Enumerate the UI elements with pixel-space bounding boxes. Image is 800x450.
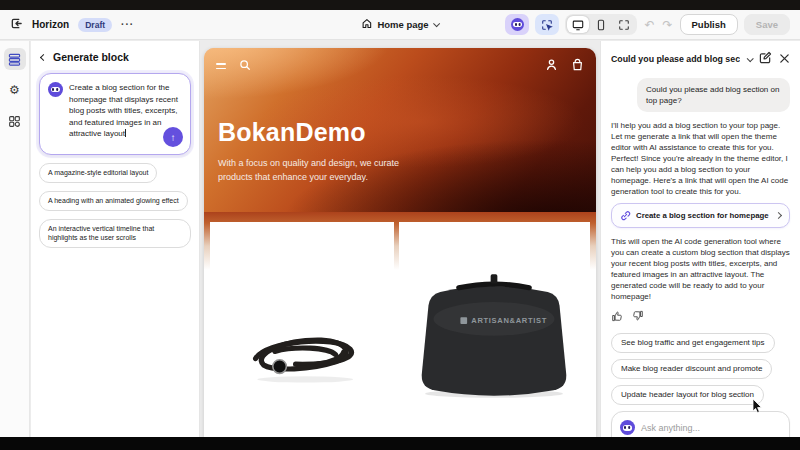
ai-assistant-avatar: [620, 420, 635, 435]
product-card-strap[interactable]: [210, 222, 394, 437]
chevron-right-icon: [775, 212, 782, 219]
gear-icon: ⚙: [9, 84, 20, 96]
undo-button[interactable]: ↶: [643, 19, 655, 31]
menu-icon[interactable]: [216, 63, 226, 69]
panel-header: Generate block: [31, 41, 199, 71]
ai-assistant-icon: [511, 18, 524, 31]
sections-rail-button[interactable]: [4, 48, 26, 70]
desktop-view-button[interactable]: [567, 16, 589, 33]
chevron-down-icon[interactable]: [747, 55, 754, 62]
page-selector[interactable]: Home page: [361, 18, 438, 31]
chat-thread-title: Could you please add blog section o...: [611, 54, 740, 64]
product-brand-label: ARTISAN&ARTIST: [472, 316, 548, 325]
chat-input-placeholder[interactable]: Ask anything...: [641, 423, 700, 433]
viewport-switcher: [565, 14, 637, 35]
exit-editor-icon[interactable]: [10, 16, 23, 34]
ai-assistant-avatar: [48, 82, 63, 97]
create-blog-section-button[interactable]: Create a blog section for homepage: [611, 203, 790, 228]
store-tagline: With a focus on quality and design, we c…: [218, 157, 426, 185]
redo-button[interactable]: ↷: [661, 19, 673, 31]
thumbs-up-icon[interactable]: [611, 308, 623, 326]
publish-button[interactable]: Publish: [680, 14, 738, 35]
feedback-row: [611, 308, 790, 326]
editor-rail: ⚙: [0, 41, 30, 437]
theme-editor-window: Horizon Draft ··· Home page: [0, 0, 800, 450]
account-icon[interactable]: [545, 57, 558, 75]
draft-badge: Draft: [78, 18, 112, 32]
more-actions-button[interactable]: ···: [121, 19, 134, 30]
camera-strap-image: [238, 317, 366, 389]
user-message: Could you please add blog section on top…: [637, 78, 790, 112]
top-bar: Horizon Draft ··· Home page: [0, 10, 800, 40]
text-caret: [125, 129, 126, 137]
inspector-button[interactable]: [535, 14, 559, 35]
storefront-preview[interactable]: BokanDemo With a focus on quality and de…: [204, 48, 596, 437]
letterbox-top: [0, 0, 800, 10]
chevron-down-icon: [433, 20, 440, 27]
page-selector-label: Home page: [377, 19, 428, 30]
theme-settings-rail-button[interactable]: ⚙: [4, 79, 26, 101]
back-button[interactable]: [40, 53, 47, 60]
cart-icon[interactable]: [571, 57, 584, 75]
assistant-message: I'll help you add a blog section to your…: [611, 120, 790, 197]
chat-suggestion-chip[interactable]: Update header layout for blog section: [611, 385, 764, 405]
save-button[interactable]: Save: [744, 14, 790, 35]
panel-title: Generate block: [53, 51, 129, 63]
apps-icon: [8, 115, 21, 128]
assistant-message: This will open the AI code generation to…: [611, 236, 790, 302]
mobile-view-button[interactable]: [590, 16, 612, 33]
chat-header: Could you please add blog section o...: [611, 41, 790, 75]
thumbs-down-icon[interactable]: [632, 308, 644, 326]
ai-chat-panel: Could you please add blog section o... C…: [600, 41, 800, 437]
search-icon[interactable]: [239, 57, 251, 75]
prompt-suggestion-chip[interactable]: A magazine-style editorial layout: [39, 163, 157, 183]
prompt-suggestion-chip[interactable]: A heading with an animated glowing effec…: [39, 191, 188, 211]
action-button-label: Create a blog section for homepage: [636, 211, 769, 220]
ai-assistant-toggle-button[interactable]: [505, 14, 529, 35]
chat-suggestion-chip[interactable]: See blog traffic and get engagement tips: [611, 333, 775, 353]
apps-rail-button[interactable]: [4, 110, 26, 132]
home-icon: [361, 18, 372, 31]
topbar-actions: ↶ ↷ Publish Save: [505, 14, 790, 35]
theme-name: Horizon: [32, 19, 69, 30]
close-icon[interactable]: [779, 50, 790, 68]
fullscreen-view-button[interactable]: [613, 16, 635, 33]
pouch-image: ARTISAN&ARTIST: [410, 259, 578, 409]
letterbox-bottom: [0, 437, 800, 450]
product-card-pouch[interactable]: ARTISAN&ARTIST: [399, 222, 591, 437]
mouse-cursor: [752, 399, 764, 419]
chat-suggestion-chip[interactable]: Make blog reader discount and promote: [611, 359, 772, 379]
generate-submit-button[interactable]: ↑: [163, 127, 183, 147]
hero-section[interactable]: BokanDemo With a focus on quality and de…: [204, 48, 596, 212]
inspector-icon: [541, 19, 553, 31]
generate-block-panel: Generate block Create a blog section for…: [31, 41, 200, 437]
store-nav: [216, 57, 584, 75]
link-icon: [620, 210, 631, 221]
sections-icon: [8, 53, 21, 66]
store-heading: BokanDemo: [218, 118, 366, 147]
new-chat-icon[interactable]: [759, 50, 772, 68]
prompt-suggestion-chip[interactable]: An interactive vertical timeline that hi…: [39, 219, 191, 249]
featured-products-section[interactable]: ARTISAN&ARTIST: [204, 212, 596, 437]
ai-prompt-card[interactable]: Create a blog section for the homepage t…: [39, 73, 191, 155]
